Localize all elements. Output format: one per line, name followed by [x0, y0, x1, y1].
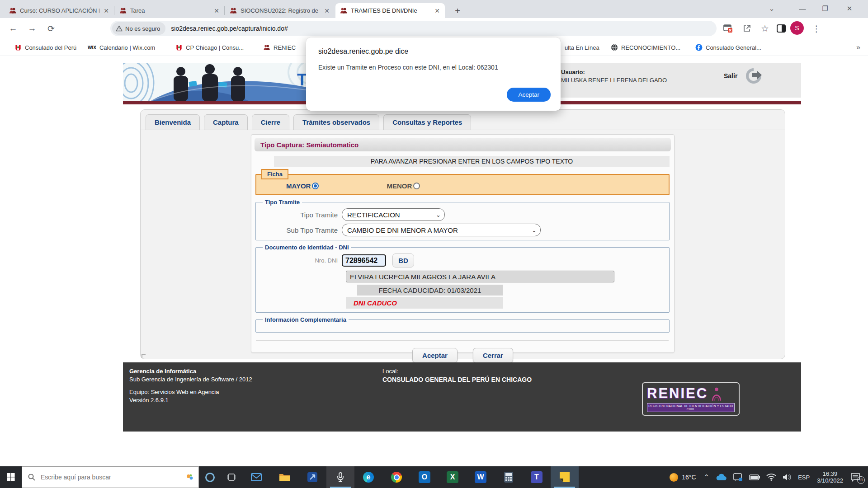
bookmark-reniec[interactable]: RENIEC [260, 42, 298, 53]
tab-cierre[interactable]: Cierre [252, 114, 289, 130]
search-input[interactable] [40, 473, 181, 481]
mayor-radio[interactable] [312, 183, 319, 189]
volume-icon[interactable] [779, 466, 795, 488]
tipo-tramite-select[interactable]: RECTIFICACION ⌄ [342, 208, 445, 221]
taskbar-search[interactable] [22, 466, 199, 488]
word-icon[interactable]: W [467, 466, 495, 488]
weather-widget[interactable]: 16°C [665, 473, 700, 482]
tab-search-chevron-icon[interactable]: ⌄ [764, 2, 779, 15]
start-button[interactable] [0, 466, 22, 488]
menor-label: MENOR [387, 182, 412, 190]
search-icon [28, 474, 35, 481]
bookmark-consulta-en-linea-partial[interactable]: ulta En Línea [562, 42, 602, 53]
side-panel-icon[interactable] [775, 22, 788, 35]
sticky-notes-icon[interactable] [551, 466, 579, 488]
capture-card-title: Tipo Captura: Semiautomatico [255, 138, 671, 151]
logout-icon[interactable] [745, 67, 763, 85]
chevron-down-icon: ⌄ [432, 211, 441, 218]
weather-sun-icon [670, 473, 678, 482]
voice-recorder-icon[interactable] [326, 466, 354, 488]
browser-tab-active[interactable]: TRAMITES DE DNI/DNIe ✕ [335, 3, 445, 18]
reload-button[interactable]: ⟳ [43, 21, 59, 36]
cortana-icon[interactable] [199, 466, 221, 488]
bookmark-reconocimiento[interactable]: RECONOCIMIENTO... [608, 42, 683, 53]
snip-tool-icon[interactable] [730, 466, 746, 488]
bookmark-star-icon[interactable]: ☆ [759, 22, 771, 35]
temperature: 16°C [682, 474, 696, 481]
blue-app-icon[interactable] [298, 466, 326, 488]
file-explorer-icon[interactable] [270, 466, 298, 488]
site-footer: Gerencia de Informática Sub Gerencia de … [123, 362, 801, 432]
bookmark-consulado-general[interactable]: Consulado General... [693, 42, 764, 53]
window-minimize-button[interactable]: — [795, 2, 810, 15]
forward-button[interactable]: → [24, 21, 40, 36]
local-label: Local: [382, 367, 532, 375]
teams-icon[interactable]: T [523, 466, 551, 488]
browser-tab-strip: Curso: CURSO APLICACIÓN DEL S ✕ Tarea ✕ … [0, 0, 868, 18]
security-chip[interactable]: No es seguro [112, 22, 165, 35]
taskbar-clock[interactable]: 16:39 3/10/2022 [813, 466, 847, 488]
profile-avatar[interactable]: S [790, 21, 804, 35]
browser-tab-3[interactable]: SIOCONSU2022: Registro de trám ✕ [225, 3, 335, 18]
dni-input[interactable] [342, 254, 386, 267]
menu-kebab-icon[interactable]: ⋮ [810, 22, 823, 35]
excel-icon[interactable]: X [439, 466, 467, 488]
banner-photo [123, 63, 326, 101]
bookmark-consulado-peru[interactable]: Consulado del Perú [12, 42, 79, 53]
mail-icon[interactable] [242, 466, 270, 488]
onedrive-icon[interactable] [712, 466, 730, 488]
browser-toolbar: ← → ⟳ No es seguro sio2desa.reniec.gob.p… [0, 18, 868, 39]
footer-line: Sub Gerencia de Ingeniería de Software /… [129, 375, 252, 384]
user-info-box: Usuario: MILUSKA RENEE LLERENA DELGADO S… [528, 63, 801, 98]
dialog-title: sio2desa.reniec.gob.pe dice [318, 47, 408, 56]
site-nav-tabs: Bienvenida Captura Cierre Trámites obser… [141, 110, 785, 130]
edge-icon[interactable]: e [354, 466, 382, 488]
tab-captura[interactable]: Captura [204, 114, 248, 130]
tab-consultas-reportes[interactable]: Consultas y Reportes [383, 114, 471, 130]
outlook-icon[interactable]: O [410, 466, 439, 488]
chrome-icon[interactable] [382, 466, 410, 488]
back-button[interactable]: ← [5, 21, 21, 36]
clock-time: 16:39 [823, 470, 838, 477]
browser-tab-2[interactable]: Tarea ✕ [115, 3, 224, 18]
notification-center-icon[interactable]: 11 [847, 466, 868, 488]
tab-tramites-observados[interactable]: Trámites observados [293, 114, 379, 130]
bookmark-calendario-wix[interactable]: WIX Calendario | Wix.com [85, 42, 158, 53]
browser-tab-1[interactable]: Curso: CURSO APLICACIÓN DEL S ✕ [5, 3, 114, 18]
bookmark-label: Consulado del Perú [25, 44, 76, 51]
language-indicator[interactable]: ESP [795, 466, 813, 488]
wifi-icon[interactable] [763, 466, 779, 488]
bookmark-cp-chicago[interactable]: CP Chicago | Consu... [173, 42, 246, 53]
subtipo-tramite-select[interactable]: CAMBIO DE DNI MENOR A MAYOR ⌄ [342, 224, 541, 236]
tab-close-icon[interactable]: ✕ [102, 7, 110, 15]
tab-close-icon[interactable]: ✕ [323, 7, 331, 15]
tab-close-icon[interactable]: ✕ [433, 7, 441, 15]
task-view-icon[interactable] [221, 466, 242, 488]
dialog-accept-button[interactable]: Aceptar [507, 88, 551, 102]
info-complementaria-legend: Información Complementaria [263, 316, 349, 323]
bookmark-label: Calendario | Wix.com [99, 44, 155, 51]
calculator-icon[interactable] [495, 466, 523, 488]
dni-status-badge: DNI CADUCO [346, 297, 503, 309]
cerrar-button[interactable]: Cerrar [473, 348, 513, 363]
extension-blocked-icon[interactable] [722, 22, 734, 35]
window-close-button[interactable]: ✕ [842, 2, 857, 15]
address-bar[interactable]: No es seguro sio2desa.reniec.gob.pe/capt… [110, 21, 717, 36]
reniec-logo-text: RENIEC [647, 385, 708, 402]
peru-crest-icon [175, 44, 183, 51]
tab-divider [114, 6, 114, 15]
share-icon[interactable] [741, 22, 753, 35]
tab-close-icon[interactable]: ✕ [212, 7, 221, 15]
new-tab-button[interactable]: + [451, 5, 464, 17]
tray-expand-chevron[interactable]: ⌃ [701, 466, 713, 488]
bd-button[interactable]: BD [392, 253, 414, 267]
menor-radio[interactable] [413, 183, 420, 189]
aceptar-button[interactable]: Aceptar [412, 348, 458, 363]
logout-link[interactable]: Salir [724, 72, 737, 80]
tab-bienvenida[interactable]: Bienvenida [146, 114, 200, 130]
window-restore-button[interactable]: ❐ [817, 2, 833, 15]
tab-title: SIOCONSU2022: Registro de trám [241, 7, 320, 14]
footer-left-block: Gerencia de Informática Sub Gerencia de … [129, 367, 252, 404]
bookmarks-overflow-chevron[interactable]: » [854, 42, 863, 53]
battery-icon[interactable] [746, 466, 763, 488]
